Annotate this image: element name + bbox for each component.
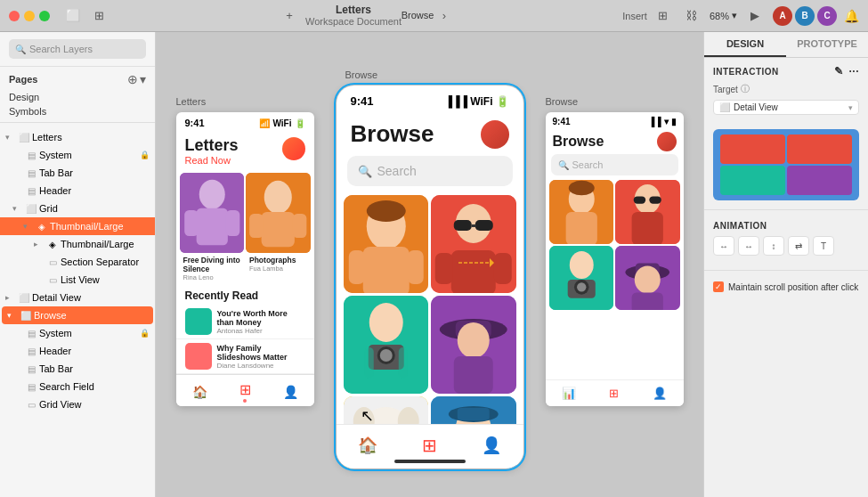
tree-list-view[interactable]: ▭ List View [0, 271, 155, 289]
browse-center-title: Browse [351, 120, 434, 148]
svg-rect-57 [565, 212, 596, 244]
notification-bell[interactable]: 🔔 [844, 9, 859, 23]
letters-subtitle: Read Now [185, 155, 239, 166]
tree-browse-system[interactable]: ▤ System 🔒 [0, 324, 155, 342]
letters-card-2[interactable]: Photographs Fua Lamba [246, 173, 311, 284]
close-button[interactable] [9, 11, 20, 21]
toolbar-forward-btn[interactable]: › [434, 4, 455, 26]
tree-browse-header[interactable]: ▤ Header [0, 342, 155, 360]
anim-icon-2[interactable]: ↔ [738, 236, 759, 256]
checkbox-maintain-scroll[interactable]: ✓ [713, 281, 724, 292]
browse-card-2[interactable] [431, 195, 516, 293]
tree-grid-folder[interactable]: ▾ ⬜ Grid [0, 200, 155, 217]
svg-rect-22 [435, 253, 453, 284]
fullscreen-button[interactable] [39, 11, 50, 21]
connector-arrow [458, 254, 494, 275]
tree-system[interactable]: ▤ System 🔒 [0, 146, 155, 164]
letters-screen-frame[interactable]: 9:41 📶WiFi🔋 Letters Read Now [176, 112, 314, 406]
tab-right-home[interactable]: 📊 [562, 387, 576, 400]
chevron-icon: ▾ [848, 103, 853, 112]
svg-point-1 [199, 180, 224, 209]
traffic-lights [9, 11, 50, 21]
tree-section-sep[interactable]: ▭ Section Separator [0, 253, 155, 271]
svg-rect-14 [407, 250, 423, 284]
letters-card-1[interactable]: Free Diving into Silence Rina Leno [180, 173, 245, 284]
more-icon[interactable]: ··· [848, 65, 859, 77]
artboard-browse-right-label: Browse [546, 96, 579, 107]
page-symbols[interactable]: Symbols [0, 104, 155, 118]
browse-tab-grid-active[interactable]: ⊞ [422, 435, 437, 456]
tab-grid-active[interactable]: ⊞ [239, 381, 251, 403]
recent-item-1[interactable]: You're Worth More than Money Antonas Haf… [176, 305, 314, 339]
browse-right-search[interactable]: 🔍 Search [551, 154, 678, 175]
tab-photo[interactable]: 🏠 [192, 385, 207, 399]
tree-search-field[interactable]: ▤ Search Field [0, 378, 155, 395]
avatar-1: A [773, 6, 792, 26]
svg-rect-13 [348, 250, 364, 284]
toolbar-browse-btn[interactable]: Browse [407, 4, 428, 26]
target-value-box[interactable]: ⬜ Detail View ▾ [713, 100, 859, 115]
toolbar-link-icon[interactable]: ⛓ [681, 5, 702, 27]
toolbar-icon-1[interactable]: ⬜ [62, 5, 84, 27]
browse-right-card-3[interactable] [549, 246, 614, 310]
browse-tab-person[interactable]: 👤 [482, 436, 501, 455]
browse-screen-right[interactable]: 9:41 ▐▐▾▮ Browse 🔍 Search [546, 112, 684, 406]
tree-thumbnail-large-selected[interactable]: ▾ ◈ Thumbnail/Large [0, 217, 155, 235]
tab-design[interactable]: DESIGN [704, 32, 786, 57]
pages-label: Pages [9, 74, 37, 85]
tree-tabbar[interactable]: ▤ Tab Bar [0, 164, 155, 182]
anim-icon-3[interactable]: ↕ [763, 236, 784, 256]
browse-right-grid [546, 180, 684, 310]
anim-icon-4[interactable]: ⇄ [788, 236, 809, 256]
mac-toolbar: ⬜ ⊞ + Letters Workspace Document Browse … [0, 0, 868, 32]
browse-center-search[interactable]: 🔍 Search [347, 156, 513, 186]
target-label: Target [713, 85, 738, 94]
letters-title: Letters [185, 137, 239, 155]
browse-tab-home[interactable]: 🏠 [358, 436, 377, 455]
browse-right-card-1[interactable] [549, 180, 614, 244]
window-subtitle: Workspace Document [305, 16, 402, 28]
preview-area [704, 124, 868, 206]
toolbar-grid-icon[interactable]: ⊞ [653, 5, 674, 27]
tab-person[interactable]: 👤 [283, 385, 298, 399]
checkmark-icon: ✓ [715, 282, 722, 291]
tree-detail-view[interactable]: ▸ ⬜ Detail View [0, 289, 155, 306]
pages-add-btn[interactable]: ⊕▾ [127, 72, 146, 86]
tree-browse-folder[interactable]: ▾ ⬜ Browse [2, 306, 153, 324]
tab-right-grid[interactable]: ⊞ [609, 387, 619, 400]
page-design[interactable]: Design [0, 90, 155, 104]
browse-right-avatar [657, 132, 677, 151]
browse-right-card-4[interactable] [615, 246, 680, 310]
browse-center-avatar [481, 120, 509, 149]
tab-right-person[interactable]: 👤 [653, 387, 667, 400]
sidebar-divider [0, 122, 155, 123]
add-artboard-btn[interactable]: + [279, 4, 300, 26]
tab-prototype[interactable]: PROTOTYPE [786, 32, 868, 57]
layer-search-box[interactable]: 🔍 Search Layers [9, 39, 146, 59]
window-title: Letters [336, 4, 371, 16]
recent-item-2[interactable]: Why Family Slideshows Matter Diane Lansd… [176, 339, 314, 374]
browse-card-3[interactable] [344, 296, 429, 394]
anim-icon-5[interactable]: T [813, 236, 834, 256]
minimize-button[interactable] [24, 11, 35, 21]
svg-point-15 [366, 200, 405, 222]
svg-rect-3 [184, 210, 199, 236]
anim-icon-1[interactable]: ↔ [713, 236, 734, 256]
play-btn[interactable]: ▶ [744, 5, 766, 27]
tree-grid-view[interactable]: ▭ Grid View [0, 395, 155, 413]
tree-header[interactable]: ▤ Header [0, 182, 155, 200]
tree-letters-folder[interactable]: ▾ ⬜ Letters [0, 128, 155, 146]
browse-right-card-2[interactable] [615, 180, 680, 244]
toolbar-icon-2[interactable]: ⊞ [88, 5, 110, 27]
insert-icon[interactable]: Insert [624, 5, 645, 27]
svg-rect-2 [196, 208, 227, 245]
tree-browse-tabbar[interactable]: ▤ Tab Bar [0, 360, 155, 378]
browse-card-1[interactable] [344, 195, 429, 293]
maintain-scroll-checkbox-row[interactable]: ✓ Maintain scroll position after click [713, 281, 859, 292]
edit-icon[interactable]: ✎ [834, 65, 844, 77]
canvas-area[interactable]: Letters 9:41 📶WiFi🔋 Letters Read Now [156, 32, 703, 497]
zoom-control[interactable]: 68% ▾ [710, 10, 737, 21]
tree-thumbnail-large-2[interactable]: ▸ ◈ Thumbnail/Large [0, 235, 155, 253]
browse-card-4[interactable] [431, 296, 516, 394]
main-content: 🔍 Search Layers Pages ⊕▾ Design Symbols … [0, 32, 868, 497]
